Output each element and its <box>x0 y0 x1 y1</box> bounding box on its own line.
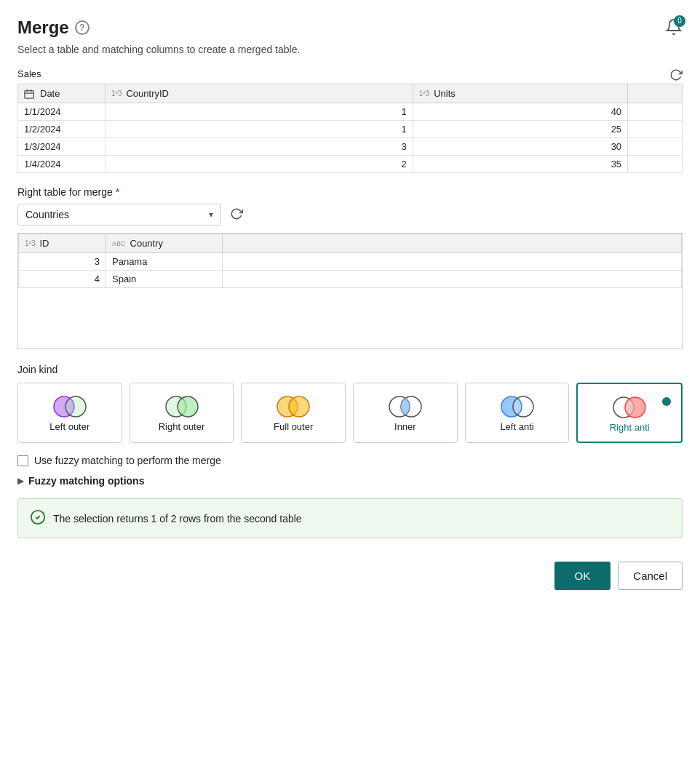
info-box: The selection returns 1 of 2 rows from t… <box>17 498 683 538</box>
col-empty <box>628 84 683 103</box>
table-row: 1/2/2024 1 25 <box>18 121 683 138</box>
join-kind-label: Join kind <box>17 364 683 375</box>
right-table-refresh[interactable] <box>230 207 243 223</box>
table-row: 1/1/2024 1 40 <box>18 103 683 121</box>
right-outer-venn-icon <box>162 392 202 421</box>
cell-empty3 <box>223 253 682 271</box>
info-text: The selection returns 1 of 2 rows from t… <box>53 513 302 524</box>
svg-point-5 <box>65 396 86 417</box>
cell-units: 40 <box>413 103 627 121</box>
left-outer-venn-icon <box>49 392 90 421</box>
check-circle-icon <box>30 509 46 527</box>
cell-countryid: 1 <box>106 121 413 138</box>
table-row: 4 Spain <box>19 271 682 288</box>
help-icon[interactable]: ? <box>75 20 90 35</box>
right-outer-label: Right outer <box>159 421 205 432</box>
fuzzy-label: Use fuzzy matching to perform the merge <box>34 455 221 466</box>
subtitle: Select a table and matching columns to c… <box>17 44 683 55</box>
col-units: 1²3Units <box>413 84 627 103</box>
table-row: 1/3/2024 3 30 <box>18 138 683 156</box>
cell-date: 1/1/2024 <box>18 103 106 121</box>
chevron-right-icon: ▶ <box>17 476 24 486</box>
right-table-label: Right table for merge * <box>17 186 683 198</box>
col-countryid: 1²3CountryID <box>106 84 413 103</box>
ok-button[interactable]: OK <box>554 562 611 590</box>
full-outer-label: Full outer <box>274 421 313 432</box>
cell-units: 35 <box>413 156 627 173</box>
col-date: Date <box>18 84 106 103</box>
sales-table-label: Sales <box>17 68 683 79</box>
sales-table-refresh[interactable] <box>669 68 683 84</box>
fuzzy-matching-checkbox[interactable] <box>17 455 28 466</box>
left-anti-venn-icon <box>497 392 538 421</box>
cell-date: 1/3/2024 <box>18 138 106 156</box>
left-anti-label: Left anti <box>500 421 533 432</box>
cell-countryid: 1 <box>106 103 413 121</box>
right-anti-venn-icon <box>609 393 650 422</box>
svg-point-23 <box>625 397 645 418</box>
table-row: 3 Panama <box>19 253 682 271</box>
join-option-right-anti[interactable]: Right anti <box>576 383 683 443</box>
footer-buttons: OK Cancel <box>17 556 683 590</box>
full-outer-venn-icon <box>273 392 314 421</box>
right-anti-label: Right anti <box>610 422 650 433</box>
cell-country: Panama <box>106 253 223 271</box>
cell-date: 1/2/2024 <box>18 121 106 138</box>
left-outer-label: Left outer <box>49 421 90 432</box>
cell-id: 3 <box>19 253 106 271</box>
join-option-inner[interactable]: Inner <box>353 383 458 443</box>
cell-units: 25 <box>413 121 627 138</box>
cancel-button[interactable]: Cancel <box>618 562 683 590</box>
sales-table: Date 1²3CountryID 1²3Units <box>17 84 683 173</box>
notification-icon[interactable]: 0 <box>665 18 683 38</box>
cell-empty <box>628 121 683 138</box>
join-options: Left outerRight outerFull outerInnerLeft… <box>17 383 683 443</box>
cell-countryid: 3 <box>106 138 413 156</box>
notification-badge: 0 <box>674 15 685 27</box>
cell-empty <box>628 103 683 121</box>
fuzzy-options-label: Fuzzy matching options <box>28 475 144 487</box>
fuzzy-options-toggle[interactable]: ▶ Fuzzy matching options <box>17 475 683 487</box>
inner-venn-icon <box>385 392 426 421</box>
cell-id: 4 <box>19 271 106 288</box>
cell-country: Spain <box>106 271 223 288</box>
table-row: 1/4/2024 2 35 <box>18 156 683 173</box>
join-option-full-outer[interactable]: Full outer <box>241 383 346 443</box>
selected-indicator <box>662 397 671 406</box>
svg-point-7 <box>178 396 198 417</box>
col-id: 1²3ID <box>19 234 106 253</box>
svg-rect-0 <box>25 90 33 98</box>
inner-label: Inner <box>394 421 416 432</box>
svg-point-9 <box>289 396 309 417</box>
col-country: ABCCountry <box>106 234 223 253</box>
svg-point-17 <box>501 396 522 417</box>
join-option-left-anti[interactable]: Left anti <box>465 383 570 443</box>
dropdown-value: Countries <box>25 209 69 220</box>
required-star: * <box>116 186 119 198</box>
cell-empty <box>628 138 683 156</box>
cell-date: 1/4/2024 <box>18 156 106 173</box>
join-option-left-outer[interactable]: Left outer <box>17 383 122 443</box>
cell-empty <box>628 156 683 173</box>
cell-units: 30 <box>413 138 627 156</box>
page-title: Merge <box>17 17 69 38</box>
cell-empty3 <box>223 271 682 288</box>
join-option-right-outer[interactable]: Right outer <box>130 383 234 443</box>
col-empty2 <box>223 234 682 253</box>
countries-table: 1²3ID ABCCountry 3 Panama 4 Spain <box>18 234 682 288</box>
cell-countryid: 2 <box>106 156 413 173</box>
chevron-down-icon: ▾ <box>209 210 213 220</box>
table-dropdown[interactable]: Countries ▾ <box>17 204 221 226</box>
